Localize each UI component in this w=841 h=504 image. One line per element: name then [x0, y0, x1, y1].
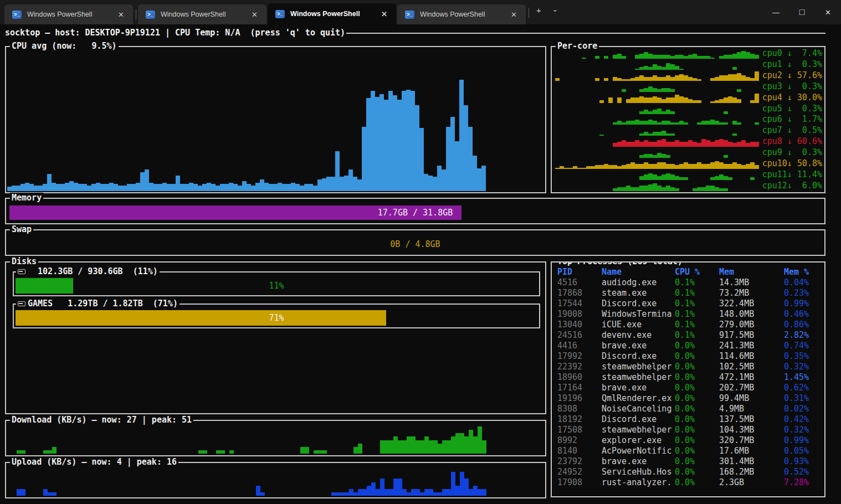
tab-windows-powershell-4[interactable]: >_Windows PowerShell✕	[397, 4, 526, 24]
chart-bar	[52, 492, 57, 496]
core-label-cpu10: cpu10↓ 50.8%	[760, 158, 822, 169]
chart-bar	[728, 74, 732, 81]
chart-bar	[737, 164, 741, 169]
chart-bar	[43, 489, 48, 496]
chart-bar	[617, 97, 622, 103]
chart-bar	[715, 140, 719, 147]
app-header: socktop — host: DESKTOP-9P19121 | CPU Te…	[5, 28, 825, 38]
disk-games-title-text: GAMES 1.29TB / 1.82TB (71%)	[28, 299, 178, 309]
core-sparkline-cpu2	[555, 70, 760, 81]
chart-bar	[34, 186, 38, 191]
chart-bar	[737, 122, 741, 125]
process-name: devenv.exe	[602, 330, 675, 341]
process-mem: 279.0MB	[719, 320, 784, 330]
chart-bar	[582, 168, 586, 169]
process-cpu: 0.0%	[675, 372, 719, 383]
tab-windows-powershell-3[interactable]: >_Windows PowerShell✕	[268, 3, 396, 24]
powershell-icon: >_	[275, 10, 285, 18]
process-mem-pct: 0.99%	[784, 299, 822, 309]
chart-bar	[737, 99, 741, 103]
chart-bar	[358, 489, 362, 496]
chart-bar	[424, 436, 429, 454]
close-button[interactable]: ✕	[815, 0, 841, 24]
tab-dropdown-button[interactable]: ⌄	[547, 3, 563, 18]
core-label-cpu8: cpu8 ↓ 60.6%	[760, 136, 822, 147]
chart-bar	[622, 79, 626, 80]
chart-bar	[140, 172, 145, 191]
chart-bar	[469, 430, 473, 454]
chart-bar	[666, 173, 670, 180]
chart-bar	[331, 492, 336, 496]
tab-windows-powershell-2[interactable]: >_Windows PowerShell✕	[138, 4, 266, 24]
chart-bar	[264, 183, 269, 191]
chart-bar	[145, 169, 149, 191]
chart-bar	[648, 120, 653, 125]
chart-bar	[737, 73, 741, 81]
tab-close-icon[interactable]: ✕	[507, 9, 520, 20]
process-mem-pct: 0.32%	[784, 362, 822, 372]
chart-bar	[407, 492, 411, 496]
chart-bar	[384, 489, 389, 496]
chart-bar	[648, 184, 653, 191]
new-tab-button[interactable]: +	[531, 3, 547, 19]
per-core-panel: Per-core cpu0 ↓ 7.4%cpu1 ↓ 0.3%cpu2 ↓ 57…	[551, 46, 825, 193]
core-row-cpu3: cpu3 ↓ 0.3%	[555, 81, 822, 92]
chart-bar	[657, 66, 661, 70]
chart-bar	[670, 77, 675, 81]
chart-bar	[653, 75, 657, 81]
chart-bar	[560, 166, 564, 169]
chart-bar	[732, 54, 737, 59]
chart-bar	[697, 122, 701, 125]
chart-bar	[635, 97, 639, 103]
process-column-header: CPU %	[675, 267, 719, 277]
chart-bar	[613, 188, 617, 191]
tab-label: Windows PowerShell	[420, 11, 502, 18]
chart-bar	[336, 492, 340, 496]
chart-bar	[591, 166, 595, 169]
core-row-cpu2: cpu2 ↓ 57.6%	[555, 70, 822, 81]
tab-close-icon[interactable]: ✕	[378, 9, 391, 19]
chart-bar	[398, 479, 402, 496]
chart-bar	[626, 79, 630, 80]
chart-bar	[657, 186, 661, 191]
process-mem: 73.2MB	[719, 288, 784, 299]
chart-bar	[719, 188, 724, 191]
process-cpu: 0.0%	[675, 362, 719, 372]
tab-close-icon[interactable]: ✕	[248, 9, 261, 20]
chart-bar	[679, 69, 684, 70]
chart-bar	[666, 97, 670, 103]
chart-bar	[273, 184, 278, 191]
chart-bar	[719, 174, 724, 180]
chart-bar	[384, 440, 389, 454]
process-pid: 22392	[557, 362, 602, 372]
chart-bar	[460, 433, 464, 454]
maximize-button[interactable]: □	[789, 0, 815, 24]
chart-bar	[96, 183, 100, 191]
tab-windows-powershell-1[interactable]: >_Windows PowerShell✕	[4, 4, 133, 24]
core-row-cpu6: cpu6 ↓ 1.7%	[555, 114, 822, 125]
chart-bar	[653, 121, 657, 125]
process-cpu: 0.1%	[675, 288, 719, 299]
chart-bar	[670, 64, 675, 70]
chart-bar	[438, 444, 442, 454]
chart-bar	[622, 140, 626, 147]
core-sparkline-cpu1	[555, 59, 760, 70]
chart-bar	[87, 186, 91, 191]
disks-panel: Disks 102.3GB / 930.6GB (11%) 11% GAME	[5, 261, 546, 414]
chart-bar	[21, 489, 25, 496]
process-name: AcPowerNotific	[602, 446, 675, 456]
minimize-button[interactable]: —	[763, 0, 789, 24]
process-name: brave.exe	[602, 456, 675, 467]
powershell-icon: >_	[146, 11, 155, 19]
tab-close-icon[interactable]: ✕	[115, 9, 127, 20]
chart-bar	[402, 440, 407, 454]
process-name: QmlRenderer.ex	[602, 393, 675, 404]
chart-bar	[407, 436, 411, 454]
process-mem: 114.6MB	[719, 351, 784, 362]
chart-bar	[429, 440, 433, 454]
core-label-cpu3: cpu3 ↓ 0.3%	[760, 81, 822, 92]
chart-bar	[697, 162, 701, 169]
chart-bar	[595, 165, 599, 169]
chart-bar	[706, 186, 710, 191]
chart-bar	[202, 184, 207, 191]
